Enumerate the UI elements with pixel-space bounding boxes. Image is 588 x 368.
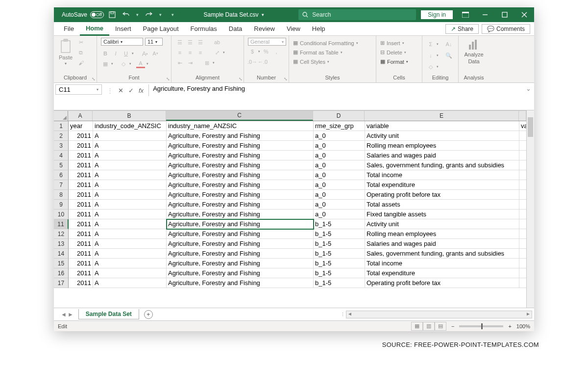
increase-indent-icon[interactable]: ⇥ <box>186 58 195 67</box>
cell[interactable]: Agriculture, Forestry and Fishing <box>167 219 314 229</box>
cell[interactable]: Operating profit before tax <box>365 278 519 288</box>
cell[interactable]: b_1-5 <box>314 278 365 288</box>
cell[interactable]: Agriculture, Forestry and Fishing <box>167 200 314 210</box>
cell[interactable]: Total expenditure <box>365 180 519 190</box>
cell[interactable] <box>519 180 526 190</box>
column-header[interactable]: E <box>365 111 519 121</box>
cell[interactable]: b_1-5 <box>314 219 365 229</box>
delete-button[interactable]: ⊟Delete ▾ <box>380 49 418 55</box>
wrap-text-icon[interactable]: ab <box>213 38 221 47</box>
zoom-out-icon[interactable]: − <box>451 323 454 329</box>
ribbon-mode-icon[interactable] <box>456 7 475 22</box>
decrease-indent-icon[interactable]: ⇤ <box>175 58 184 67</box>
cell[interactable] <box>519 210 526 219</box>
signin-button[interactable]: Sign in <box>421 10 453 19</box>
tab-file[interactable]: File <box>58 22 80 35</box>
cell[interactable]: a_0 <box>314 190 365 200</box>
find-icon[interactable]: 🔍 <box>444 51 453 60</box>
cell[interactable] <box>519 131 526 141</box>
insert-button[interactable]: ⊞Insert ▾ <box>380 40 418 46</box>
cell[interactable]: 2011 <box>69 249 93 259</box>
select-all-corner[interactable] <box>54 111 68 121</box>
filename-dropdown-icon[interactable]: ▾ <box>262 12 264 17</box>
row-header[interactable]: 7 <box>54 180 69 190</box>
tab-formulas[interactable]: Formulas <box>185 22 223 35</box>
add-sheet-button[interactable]: + <box>144 310 153 319</box>
cell[interactable]: Agriculture, Forestry and Fishing <box>167 141 314 151</box>
redo-dropdown-icon[interactable]: ▾ <box>159 12 162 17</box>
undo-dropdown-icon[interactable]: ▾ <box>136 12 139 17</box>
cell[interactable]: 2011 <box>69 259 93 268</box>
row-header[interactable]: 1 <box>54 121 69 131</box>
search-input[interactable]: Search <box>298 9 416 20</box>
zoom-slider[interactable] <box>459 325 503 327</box>
cell[interactable] <box>519 259 526 268</box>
name-box[interactable]: C11 ▾ <box>55 84 102 95</box>
cell[interactable]: industry_name_ANZSIC <box>167 121 314 131</box>
cell[interactable]: Agriculture, Forestry and Fishing <box>167 239 314 249</box>
format-painter-icon[interactable]: 🖌 <box>76 58 85 67</box>
cell[interactable]: Agriculture, Forestry and Fishing <box>167 190 314 200</box>
dialog-launcher-icon[interactable]: ⤡ <box>284 77 288 81</box>
tab-view[interactable]: View <box>281 22 306 35</box>
cell[interactable] <box>519 249 526 259</box>
tab-insert[interactable]: Insert <box>109 22 137 35</box>
analyze-data-button[interactable]: Analyze Data <box>463 38 485 65</box>
cell[interactable]: Activity unit <box>365 131 519 141</box>
cell[interactable]: 2011 <box>69 180 93 190</box>
align-center-icon[interactable]: ≡ <box>186 48 195 57</box>
sheet-next-icon[interactable]: ► <box>68 311 74 318</box>
cell[interactable]: Agriculture, Forestry and Fishing <box>167 160 314 170</box>
orientation-icon[interactable]: ⤢ <box>213 48 221 57</box>
cell[interactable]: a_0 <box>314 170 365 180</box>
format-as-table-button[interactable]: ▦Format as Table ▾ <box>293 49 372 55</box>
cell[interactable]: Total expenditure <box>365 268 519 278</box>
comments-button[interactable]: 💬Comments <box>482 24 530 34</box>
cell[interactable] <box>519 268 526 278</box>
tab-pagelayout[interactable]: Page Layout <box>137 22 185 35</box>
cell[interactable]: A <box>93 249 167 259</box>
cell[interactable]: b_1-5 <box>314 268 365 278</box>
column-header[interactable]: A <box>68 111 93 121</box>
border-icon[interactable]: ▦ <box>101 59 110 68</box>
align-middle-icon[interactable]: ☰ <box>186 38 195 47</box>
row-header[interactable]: 3 <box>54 141 69 151</box>
cell[interactable]: b_1-5 <box>314 259 365 268</box>
percent-icon[interactable]: % <box>262 47 270 56</box>
cell[interactable]: A <box>93 259 167 268</box>
cell[interactable]: Agriculture, Forestry and Fishing <box>167 170 314 180</box>
cell[interactable]: Total income <box>365 170 519 180</box>
minimize-icon[interactable] <box>475 7 495 22</box>
cell[interactable]: Agriculture, Forestry and Fishing <box>167 131 314 141</box>
cell[interactable]: A <box>93 131 167 141</box>
cell[interactable]: Agriculture, Forestry and Fishing <box>167 249 314 259</box>
sort-icon[interactable]: A↓ <box>444 40 453 49</box>
row-header[interactable]: 12 <box>54 229 69 239</box>
cell[interactable]: b_1-5 <box>314 229 365 239</box>
font-color-icon[interactable]: A <box>136 59 145 68</box>
decrease-font-icon[interactable]: A▾ <box>151 49 160 58</box>
cell[interactable]: a_0 <box>314 210 365 219</box>
cell[interactable]: Rolling mean employees <box>365 141 519 151</box>
cell[interactable] <box>519 160 526 170</box>
dialog-launcher-icon[interactable]: ⤡ <box>239 77 243 81</box>
column-header[interactable]: C <box>166 111 313 121</box>
cut-icon[interactable]: ✂ <box>76 38 85 47</box>
close-icon[interactable] <box>514 7 534 22</box>
cell[interactable]: Sales, government funding, grants and su… <box>365 160 519 170</box>
tab-help[interactable]: Help <box>306 22 331 35</box>
cell[interactable]: Agriculture, Forestry and Fishing <box>167 210 314 219</box>
enter-icon[interactable]: ✓ <box>128 87 134 94</box>
cell[interactable]: Salaries and wages paid <box>365 239 519 249</box>
currency-icon[interactable]: $ <box>248 47 257 56</box>
row-header[interactable]: 14 <box>54 249 69 259</box>
cell[interactable]: a_0 <box>314 160 365 170</box>
cell[interactable] <box>519 239 526 249</box>
italic-icon[interactable]: I <box>111 49 120 58</box>
bold-icon[interactable]: B <box>101 49 110 58</box>
row-header[interactable]: 10 <box>54 210 69 219</box>
cell[interactable]: 2011 <box>69 151 93 160</box>
cell[interactable]: A <box>93 151 167 160</box>
cell[interactable]: Sales, government funding, grants and su… <box>365 249 519 259</box>
column-header[interactable]: B <box>93 111 166 121</box>
